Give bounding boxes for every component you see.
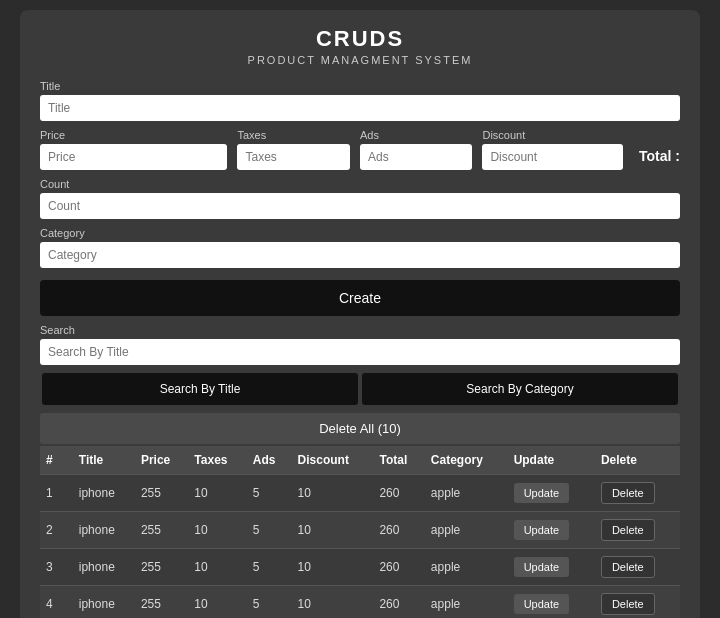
table-row: 1 iphone 255 10 5 10 260 apple Update De… [40,475,680,512]
cell-ads: 5 [247,586,292,619]
col-delete: Delete [595,446,680,475]
cell-price: 255 [135,549,188,586]
col-id: # [40,446,73,475]
price-row: Price Taxes Ads Discount Total : [40,129,680,170]
cell-total: 260 [373,586,424,619]
cell-total: 260 [373,549,424,586]
cell-price: 255 [135,586,188,619]
count-label: Count [40,178,680,190]
table-body: 1 iphone 255 10 5 10 260 apple Update De… [40,475,680,619]
cell-title: iphone [73,586,135,619]
col-update: Update [508,446,595,475]
delete-button[interactable]: Delete [601,556,655,578]
price-group: Price [40,129,227,170]
count-row: Count [40,178,680,219]
search-row: Search [40,324,680,365]
ads-group: Ads [360,129,472,170]
search-buttons: Search By Title Search By Category [40,373,680,405]
discount-input[interactable] [482,144,623,170]
category-row: Category [40,227,680,268]
search-label: Search [40,324,680,336]
cell-price: 255 [135,475,188,512]
table-row: 2 iphone 255 10 5 10 260 apple Update De… [40,512,680,549]
main-container: CRUDS PRODUCT MANAGMENT SYSTEM Title Pri… [20,10,700,618]
col-ads: Ads [247,446,292,475]
category-input[interactable] [40,242,680,268]
taxes-group: Taxes [237,129,349,170]
col-price: Price [135,446,188,475]
cell-id: 1 [40,475,73,512]
cell-discount: 10 [292,512,374,549]
cell-delete: Delete [595,475,680,512]
create-button[interactable]: Create [40,280,680,316]
cell-taxes: 10 [188,586,246,619]
update-button[interactable]: Update [514,557,569,577]
cell-taxes: 10 [188,512,246,549]
table-header: # Title Price Taxes Ads Discount Total C… [40,446,680,475]
cell-id: 4 [40,586,73,619]
cell-category: apple [425,475,508,512]
delete-button[interactable]: Delete [601,482,655,504]
update-button[interactable]: Update [514,483,569,503]
cell-category: apple [425,512,508,549]
cell-category: apple [425,586,508,619]
title-label: Title [40,80,680,92]
cell-total: 260 [373,512,424,549]
update-button[interactable]: Update [514,520,569,540]
title-row: Title [40,80,680,121]
table-row: 3 iphone 255 10 5 10 260 apple Update De… [40,549,680,586]
delete-button[interactable]: Delete [601,593,655,615]
cell-price: 255 [135,512,188,549]
search-by-title-button[interactable]: Search By Title [42,373,358,405]
ads-label: Ads [360,129,472,141]
cell-update: Update [508,549,595,586]
delete-all-bar[interactable]: Delete All (10) [40,413,680,444]
search-by-category-button[interactable]: Search By Category [362,373,678,405]
cell-total: 260 [373,475,424,512]
cell-discount: 10 [292,475,374,512]
cell-delete: Delete [595,549,680,586]
cell-taxes: 10 [188,549,246,586]
col-title: Title [73,446,135,475]
app-subtitle: PRODUCT MANAGMENT SYSTEM [40,54,680,66]
count-input[interactable] [40,193,680,219]
update-button[interactable]: Update [514,594,569,614]
cell-id: 2 [40,512,73,549]
cell-title: iphone [73,549,135,586]
cell-title: iphone [73,475,135,512]
delete-button[interactable]: Delete [601,519,655,541]
cell-category: apple [425,549,508,586]
price-label: Price [40,129,227,141]
inline-fields: Price Taxes Ads Discount Total : [40,129,680,170]
price-input[interactable] [40,144,227,170]
cell-taxes: 10 [188,475,246,512]
products-table: # Title Price Taxes Ads Discount Total C… [40,446,680,618]
discount-group: Discount [482,129,623,170]
total-label: Total : [633,148,680,170]
cell-ads: 5 [247,475,292,512]
app-title: CRUDS [40,26,680,52]
cell-ads: 5 [247,549,292,586]
cell-update: Update [508,586,595,619]
search-input[interactable] [40,339,680,365]
table-row: 4 iphone 255 10 5 10 260 apple Update De… [40,586,680,619]
taxes-input[interactable] [237,144,349,170]
title-input[interactable] [40,95,680,121]
ads-input[interactable] [360,144,472,170]
taxes-label: Taxes [237,129,349,141]
cell-discount: 10 [292,549,374,586]
col-total: Total [373,446,424,475]
discount-label: Discount [482,129,623,141]
col-discount: Discount [292,446,374,475]
col-taxes: Taxes [188,446,246,475]
cell-update: Update [508,475,595,512]
category-label: Category [40,227,680,239]
cell-ads: 5 [247,512,292,549]
cell-delete: Delete [595,586,680,619]
col-category: Category [425,446,508,475]
header-row: # Title Price Taxes Ads Discount Total C… [40,446,680,475]
cell-discount: 10 [292,586,374,619]
cell-id: 3 [40,549,73,586]
cell-update: Update [508,512,595,549]
cell-title: iphone [73,512,135,549]
